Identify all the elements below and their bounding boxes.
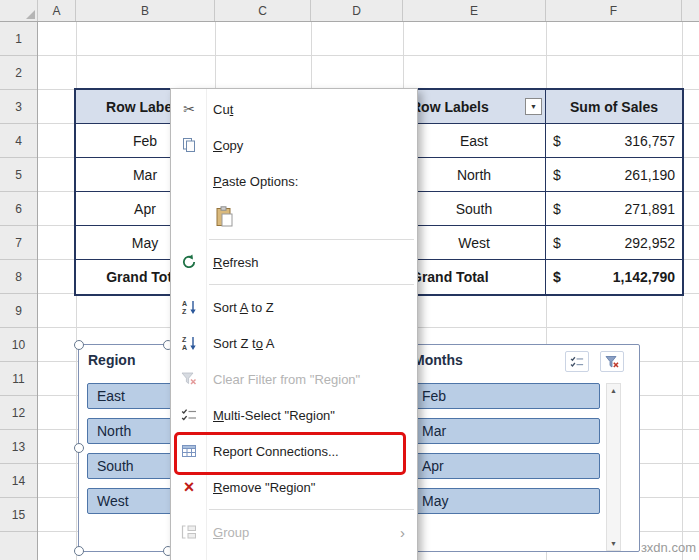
- row-header[interactable]: 5: [0, 158, 37, 192]
- filter-dropdown-button[interactable]: ▼: [525, 98, 542, 115]
- submenu-arrow-icon: ›: [400, 525, 405, 540]
- scroll-up-button[interactable]: ▲: [607, 384, 620, 397]
- row-header[interactable]: 15: [0, 498, 37, 532]
- multi-select-icon: [178, 407, 200, 423]
- watermark: зхdn.com: [641, 540, 696, 555]
- slicer-resize-handle[interactable]: [74, 340, 84, 350]
- sort-za-icon: Z A: [178, 335, 200, 351]
- menu-item-paste[interactable]: [171, 199, 417, 235]
- select-all-corner[interactable]: [0, 0, 38, 21]
- sort-az-icon: A Z: [178, 299, 200, 315]
- menu-item-label: Report Connections...: [213, 444, 339, 459]
- value-number: 292,952: [624, 235, 675, 251]
- menu-item-label: Sort A to Z: [213, 300, 274, 315]
- multi-select-icon: [570, 355, 584, 369]
- row-header[interactable]: 10: [0, 328, 37, 362]
- row-header[interactable]: 12: [0, 396, 37, 430]
- slicer-item[interactable]: May: [412, 488, 600, 514]
- pivot-row-value[interactable]: $ 261,190: [546, 158, 682, 192]
- value-number: 271,891: [624, 201, 675, 217]
- sum-of-sales-header[interactable]: Sum of Sales: [546, 90, 682, 124]
- menu-item-label: Cut: [213, 102, 233, 117]
- pivot-row-value[interactable]: $ 316,757: [546, 124, 682, 158]
- pivot-row-value[interactable]: $ 292,952: [546, 226, 682, 260]
- pivot-row-value[interactable]: $ 271,891: [546, 192, 682, 226]
- column-header-b[interactable]: B: [76, 0, 215, 21]
- slicer-scrollbar[interactable]: ▲ ▼: [606, 383, 621, 551]
- value-number: 1,142,790: [613, 269, 675, 285]
- pivot-row-labels-header[interactable]: Row Labels ▼: [403, 90, 546, 124]
- row-headers: 123456789101112131415: [0, 22, 38, 532]
- column-header-a[interactable]: A: [38, 0, 76, 21]
- pivot-table-regions: Row Labels ▼ Sum of Sales East $ 316,757…: [401, 88, 684, 296]
- pivot-row-label[interactable]: North: [403, 158, 546, 192]
- menu-item-remove[interactable]: × Remove "Region": [171, 469, 417, 505]
- row-header[interactable]: 9: [0, 294, 37, 328]
- slicer-resize-handle[interactable]: [74, 546, 84, 556]
- row-header-partial: [0, 532, 38, 560]
- pivot-row: West $ 292,952: [403, 226, 682, 260]
- column-header-c[interactable]: C: [215, 0, 311, 21]
- value-number: 316,757: [624, 133, 675, 149]
- row-header[interactable]: 4: [0, 124, 37, 158]
- refresh-icon: [178, 254, 200, 270]
- svg-text:Z: Z: [182, 308, 187, 315]
- menu-item-cut[interactable]: ✂ Cut: [171, 91, 417, 127]
- menu-item-sort-z-to-a[interactable]: Z A Sort Z to A: [171, 325, 417, 361]
- grand-total-value[interactable]: $ 1,142,790: [546, 260, 682, 294]
- row-header[interactable]: 11: [0, 362, 37, 396]
- pivot-row-label[interactable]: West: [403, 226, 546, 260]
- column-header-d[interactable]: D: [311, 0, 403, 21]
- row-header[interactable]: 13: [0, 430, 37, 464]
- menu-item-paste-options: Paste Options:: [171, 163, 417, 199]
- copy-icon: [178, 137, 200, 153]
- row-labels-text: Row Labels: [411, 99, 489, 115]
- currency-symbol: $: [553, 235, 561, 251]
- slicer-item[interactable]: Apr: [412, 453, 600, 479]
- menu-item-refresh[interactable]: Refresh: [171, 244, 417, 280]
- group-icon: [178, 524, 200, 540]
- clear-filter-icon: [605, 355, 619, 369]
- row-header[interactable]: 1: [0, 22, 37, 56]
- menu-separator: [209, 509, 414, 510]
- pivot-row-label[interactable]: East: [403, 124, 546, 158]
- menu-item-label: Remove "Region": [213, 480, 315, 495]
- pivot-grand-total-row: Grand Total $ 1,142,790: [403, 260, 682, 294]
- clear-filter-button[interactable]: [600, 351, 624, 372]
- menu-item-sort-a-to-z[interactable]: A Z Sort A to Z: [171, 289, 417, 325]
- currency-symbol: $: [553, 201, 561, 217]
- column-header-f[interactable]: F: [546, 0, 682, 21]
- row-header[interactable]: 6: [0, 192, 37, 226]
- slicer-resize-handle[interactable]: [74, 443, 84, 453]
- column-headers: A B C D E F: [0, 0, 699, 22]
- clear-filter-icon: [178, 371, 200, 387]
- menu-item-label: Group: [213, 525, 249, 540]
- column-header-e[interactable]: E: [403, 0, 546, 21]
- row-header[interactable]: 3: [0, 90, 37, 124]
- menu-item-clear-filter: Clear Filter from "Region": [171, 361, 417, 397]
- menu-item-label: Paste Options:: [213, 174, 298, 189]
- pivot-row-label[interactable]: South: [403, 192, 546, 226]
- paste-icon[interactable]: [214, 206, 236, 228]
- row-header[interactable]: 7: [0, 226, 37, 260]
- currency-symbol: $: [553, 167, 561, 183]
- months-slicer[interactable]: Months FebMarAprMay ▲ ▼: [403, 344, 640, 552]
- menu-item-label: Sort Z to A: [213, 336, 274, 351]
- row-header[interactable]: 2: [0, 56, 37, 90]
- scroll-down-button[interactable]: ▼: [607, 537, 620, 550]
- currency-symbol: $: [553, 269, 561, 285]
- menu-separator: [209, 284, 414, 285]
- menu-item-label: Multi-Select "Region": [213, 408, 335, 423]
- svg-text:A: A: [182, 300, 187, 307]
- menu-item-multi-select[interactable]: Multi-Select "Region": [171, 397, 417, 433]
- context-menu: ✂ Cut Copy Paste Options:: [170, 88, 418, 560]
- slicer-item[interactable]: Feb: [412, 383, 600, 409]
- menu-item-label: Refresh: [213, 255, 259, 270]
- row-header[interactable]: 8: [0, 260, 37, 294]
- row-header[interactable]: 14: [0, 464, 37, 498]
- menu-item-report-connections[interactable]: Report Connections...: [171, 433, 417, 469]
- multi-select-button[interactable]: [565, 351, 589, 372]
- slicer-item[interactable]: Mar: [412, 418, 600, 444]
- menu-item-copy[interactable]: Copy: [171, 127, 417, 163]
- grand-total-label[interactable]: Grand Total: [403, 260, 546, 294]
